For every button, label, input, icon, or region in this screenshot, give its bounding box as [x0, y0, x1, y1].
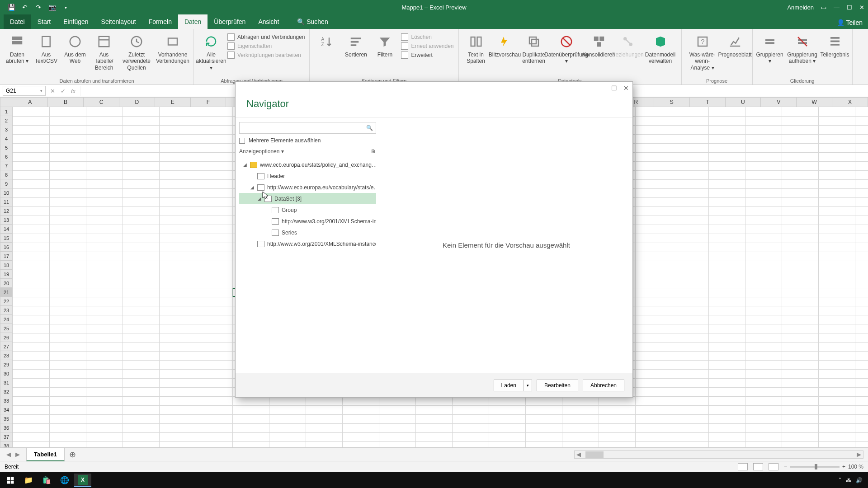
column-header[interactable]: W [797, 97, 832, 107]
row-header[interactable]: 26 [0, 333, 13, 342]
redo-icon[interactable]: ↷ [34, 3, 42, 11]
qat-dropdown-icon[interactable]: ▾ [61, 3, 70, 11]
konsolidieren-button[interactable]: Konsolidieren [586, 32, 612, 58]
page-break-button[interactable] [769, 463, 778, 470]
zoom-in-icon[interactable]: + [842, 464, 845, 470]
az-sort-button[interactable]: AZ [314, 32, 340, 50]
beziehungen-button[interactable]: Beziehungen [615, 32, 641, 58]
filtern-button[interactable]: Filtern [372, 32, 397, 58]
blitzvorschau-button[interactable]: Blitzvorschau [492, 32, 518, 58]
row-header[interactable]: 19 [0, 270, 13, 279]
vorhandene-verbindungen-button[interactable]: Vorhandene Verbindungen [156, 32, 189, 65]
column-header[interactable]: B [48, 97, 84, 107]
column-header[interactable]: S [654, 97, 690, 107]
laden-button[interactable]: Laden▾ [494, 380, 532, 391]
datenuberprufung-button[interactable]: Datenüberprüfung ▾ [550, 32, 583, 65]
row-header[interactable]: 37 [0, 432, 13, 441]
row-header[interactable]: 3 [0, 125, 13, 134]
zoom-out-icon[interactable]: − [784, 464, 787, 470]
aus-tabelle-button[interactable]: Aus Tabelle/ Bereich [91, 32, 117, 71]
row-header[interactable]: 11 [0, 197, 13, 206]
cancel-formula-icon[interactable]: ✕ [50, 88, 55, 94]
row-header[interactable]: 32 [0, 387, 13, 396]
share-button[interactable]: 👤 Teilen [837, 19, 863, 26]
taskbar-explorer[interactable]: 📁 [20, 474, 37, 487]
column-header[interactable]: A [12, 97, 48, 107]
dialog-close-icon[interactable]: ✕ [623, 84, 629, 92]
aus-web-button[interactable]: Aus dem Web [62, 32, 88, 65]
tree-group[interactable]: Group [239, 204, 376, 216]
row-header[interactable]: 24 [0, 315, 13, 324]
zoom-percent[interactable]: 100 % [848, 464, 863, 470]
navigator-search[interactable]: 🔍 [239, 122, 376, 134]
tray-volume-icon[interactable]: 🔊 [856, 477, 863, 483]
row-header[interactable]: 17 [0, 252, 13, 261]
column-header[interactable]: T [690, 97, 726, 107]
tree-header[interactable]: Header [239, 170, 376, 182]
zuletzt-quellen-button[interactable]: Zuletzt verwendete Quellen [120, 32, 153, 71]
row-header[interactable]: 10 [0, 188, 13, 197]
row-header[interactable]: 29 [0, 360, 13, 369]
refresh-icon[interactable]: 🗎 [371, 148, 376, 155]
tray-network-icon[interactable]: 🖧 [846, 477, 851, 483]
text-in-spalten-button[interactable]: Text in Spalten [463, 32, 489, 65]
zoom-slider[interactable] [790, 466, 840, 468]
row-header[interactable]: 35 [0, 414, 13, 423]
aus-text-csv-button[interactable]: Aus Text/CSV [33, 32, 59, 65]
tree-vocab[interactable]: ◢http://www.ecb.europa.eu/vocabulary/sta… [239, 182, 376, 193]
tab-seitenlayout[interactable]: Seitenlayout [95, 14, 142, 29]
tab-uberprufen[interactable]: Überprüfen [208, 14, 252, 29]
normal-view-button[interactable] [738, 463, 748, 470]
column-header[interactable]: D [119, 97, 155, 107]
row-header[interactable]: 13 [0, 216, 13, 225]
multi-select-checkbox[interactable] [239, 138, 245, 144]
signin-link[interactable]: Anmelden [787, 4, 814, 11]
row-header[interactable]: 36 [0, 423, 13, 432]
fx-icon[interactable]: fx [71, 88, 75, 94]
tree-xmlschema-instance[interactable]: http://www.w3.org/2001/XMLSchema-instanc… [239, 238, 376, 249]
row-header[interactable]: 21 [0, 288, 13, 297]
tree-root[interactable]: ◢www.ecb.europa.eu/stats/policy_and_exch… [239, 159, 376, 170]
tree-series[interactable]: Series [239, 227, 376, 238]
row-header[interactable]: 8 [0, 170, 13, 179]
teilergebnis-button[interactable]: Teilergebnis [822, 32, 848, 58]
sheet-nav-prev-icon[interactable]: ◀ [6, 451, 11, 458]
row-header[interactable]: 31 [0, 378, 13, 387]
row-header[interactable]: 33 [0, 396, 13, 405]
row-header[interactable]: 2 [0, 116, 13, 125]
row-header[interactable]: 14 [0, 225, 13, 234]
chevron-down-icon[interactable]: ▾ [524, 380, 532, 391]
tree-xmlschema-inst[interactable]: http://www.w3.org/2001/XMLSchema-inst… [239, 216, 376, 227]
maximize-icon[interactable]: ☐ [847, 4, 852, 11]
datenmodell-button[interactable]: Datenmodell verwalten [644, 32, 677, 65]
row-header[interactable]: 16 [0, 243, 13, 252]
tab-start[interactable]: Start [31, 14, 57, 29]
column-header[interactable]: F [191, 97, 226, 107]
select-all-corner[interactable] [0, 97, 12, 107]
column-header[interactable]: X [832, 97, 868, 107]
taskbar-edge[interactable]: 🌐 [56, 474, 73, 487]
row-header[interactable]: 22 [0, 297, 13, 306]
row-header[interactable]: 38 [0, 441, 13, 447]
tab-formeln[interactable]: Formeln [142, 14, 178, 29]
abfragen-verbindungen-button[interactable]: Abfragen und Verbindungen [227, 33, 305, 41]
sheet-tab-1[interactable]: Tabelle1 [26, 448, 65, 461]
display-options-button[interactable]: Anzeigeoptionen ▾ [239, 148, 284, 155]
column-header[interactable]: U [726, 97, 761, 107]
gruppieren-button[interactable]: Gruppieren ▾ [757, 32, 783, 65]
sortieren-button[interactable]: Sortieren [343, 32, 368, 58]
horizontal-scrollbar[interactable]: ◀▶ [574, 450, 863, 459]
row-header[interactable]: 25 [0, 324, 13, 333]
tab-daten[interactable]: Daten [178, 14, 208, 29]
minimize-icon[interactable]: — [834, 4, 840, 11]
row-header[interactable]: 1 [0, 107, 13, 116]
tab-datei[interactable]: Datei [4, 14, 31, 29]
start-button[interactable] [2, 474, 19, 487]
tree-dataset[interactable]: ◢DataSet [3] [239, 193, 376, 204]
duplikate-entfernen-button[interactable]: Duplikate entfernen [521, 32, 547, 65]
row-header[interactable]: 34 [0, 405, 13, 414]
taskbar-store[interactable]: 🛍️ [38, 474, 55, 487]
row-header[interactable]: 27 [0, 342, 13, 351]
column-header[interactable]: V [761, 97, 797, 107]
column-header[interactable]: C [84, 97, 119, 107]
